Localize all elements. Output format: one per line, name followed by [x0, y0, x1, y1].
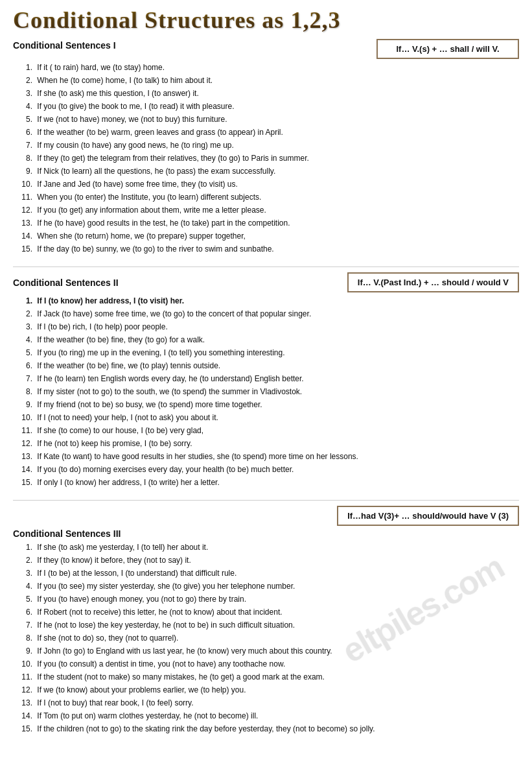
- sentence-text: If I (to be) at the lesson, I (to unders…: [37, 569, 237, 578]
- section-1-formula: If… V.(s) + … shall / will V.: [376, 39, 519, 59]
- list-item: 13. If he (to have) good results in the …: [19, 217, 519, 229]
- list-num: 15.: [19, 723, 32, 735]
- list-num: 2.: [19, 554, 32, 566]
- sentence-text: If he (not to) keep his promise, I (to b…: [37, 439, 192, 448]
- section-3-list: 1. If she (to ask) me yesterday, I (to t…: [13, 541, 519, 735]
- list-num: 4.: [19, 101, 32, 112]
- list-num: 13.: [19, 217, 32, 229]
- list-num: 6.: [19, 360, 32, 372]
- list-num: 10.: [19, 658, 32, 670]
- section-2-formula: If… V.(Past Ind.) + … should / would V: [347, 272, 519, 292]
- sentence-text: If the children (not to go) to the skati…: [37, 724, 375, 733]
- list-num: 7.: [19, 373, 32, 385]
- section-2: Conditional Sentences II If… V.(Past Ind…: [13, 272, 519, 488]
- section-3-title: Conditional Sentences III: [13, 528, 519, 539]
- sentence-text: If my friend (not to be) so busy, we (to…: [37, 400, 262, 409]
- list-num: 3.: [19, 321, 32, 333]
- list-num: 7.: [19, 139, 32, 151]
- list-item: 7. If my cousin (to have) any good news,…: [19, 139, 519, 151]
- list-num: 10.: [19, 412, 32, 423]
- list-item: 5. If we (not to have) money, we (not to…: [19, 113, 519, 125]
- list-num: 8.: [19, 632, 32, 644]
- sentence-text: If you (to do) morning exercises every d…: [37, 465, 294, 474]
- list-item: 12. If we (to know) about your problems …: [19, 684, 519, 696]
- sentence-text: If you (to get) any information about th…: [37, 206, 266, 215]
- list-num: 9.: [19, 645, 32, 657]
- sentence-text: If John (to go) to England with us last …: [37, 646, 332, 656]
- list-num: 14.: [19, 464, 32, 475]
- sentence-text: If he (not to lose) the key yesterday, h…: [37, 621, 295, 630]
- list-item: 6. If the weather (to be) warm, green le…: [19, 126, 519, 138]
- list-item: 14. If you (to do) morning exercises eve…: [19, 464, 519, 475]
- sentence-text: If Robert (not to receive) this letter, …: [37, 608, 282, 617]
- section-3-formula: If…had V(3)+ … should/would have V (3): [337, 506, 519, 526]
- sentence-text: If only I (to know) her address, I (to w…: [37, 478, 219, 487]
- sentence-text: If I (not to need) your help, I (not to …: [37, 413, 218, 422]
- list-item: 1. If it ( to rain) hard, we (to stay) h…: [19, 62, 519, 73]
- sentence-text: If I (to be) rich, I (to help) poor peop…: [37, 322, 167, 331]
- list-item: 9. If John (to go) to England with us la…: [19, 645, 519, 657]
- list-num: 13.: [19, 697, 32, 709]
- section-1-list: 1. If it ( to rain) hard, we (to stay) h…: [13, 62, 519, 255]
- list-item: 11. If she (to come) to our house, I (to…: [19, 425, 519, 436]
- list-num: 15.: [19, 243, 32, 255]
- list-item: 1. If I (to know) her address, I (to vis…: [19, 295, 519, 307]
- list-item: 8. If my sister (not to go) to the south…: [19, 386, 519, 397]
- list-item: 2. When he (to come) home, I (to talk) t…: [19, 75, 519, 86]
- list-item: 2. If Jack (to have) some free time, we …: [19, 308, 519, 320]
- list-item: 4. If the weather (to be) fine, they (to…: [19, 334, 519, 346]
- list-item: 4. If you (to give) the book to me, I (t…: [19, 101, 519, 112]
- list-item: 12. If you (to get) any information abou…: [19, 204, 519, 216]
- list-item: 5. If you (to have) enough money, you (n…: [19, 593, 519, 605]
- sentence-text: If she (to come) to our house, I (to be)…: [37, 426, 203, 435]
- section-3: If…had V(3)+ … should/would have V (3) C…: [13, 506, 519, 735]
- list-num: 12.: [19, 438, 32, 449]
- section-2-header-row: Conditional Sentences II If… V.(Past Ind…: [13, 272, 519, 292]
- page-container: Conditional Structures as 1,2,3 Conditio…: [13, 6, 519, 735]
- list-num: 3.: [19, 88, 32, 99]
- list-num: 6.: [19, 126, 32, 138]
- list-num: 11.: [19, 191, 32, 203]
- sentence-text: If the weather (to be) fine, they (to go…: [37, 335, 205, 344]
- list-item: 6. If the weather (to be) fine, we (to p…: [19, 360, 519, 372]
- list-item: 6. If Robert (not to receive) this lette…: [19, 606, 519, 618]
- list-num: 11.: [19, 425, 32, 436]
- sentence-text: If I (not to buy) that rear book, I (to …: [37, 698, 193, 707]
- list-num: 1.: [19, 62, 32, 73]
- sentence-text: If he (to learn) ten English words every…: [37, 374, 303, 383]
- section-1-title: Conditional Sentences I: [13, 40, 116, 51]
- list-num: 13.: [19, 451, 32, 462]
- list-item: 5. If you (to ring) me up in the evening…: [19, 347, 519, 359]
- list-item: 7. If he (to learn) ten English words ev…: [19, 373, 519, 385]
- list-num: 14.: [19, 230, 32, 242]
- list-num: 5.: [19, 347, 32, 359]
- list-num: 1.: [19, 295, 32, 307]
- list-num: 2.: [19, 75, 32, 86]
- sentence-text: If they (to get) the telegram from their…: [37, 154, 309, 163]
- list-item: 14. If Tom (to put on) warm clothes yest…: [19, 710, 519, 722]
- list-item: 9. If my friend (not to be) so busy, we …: [19, 399, 519, 410]
- list-num: 3.: [19, 567, 32, 579]
- list-item: 10. If you (to consult) a dentist in tim…: [19, 658, 519, 670]
- section-2-title: Conditional Sentences II: [13, 278, 119, 288]
- sentence-text: If it ( to rain) hard, we (to stay) home…: [37, 63, 165, 72]
- sentence-text: If you (to ring) me up in the evening, I…: [37, 348, 284, 357]
- list-num: 11.: [19, 671, 32, 683]
- sentence-text: If you (to see) my sister yesterday, she…: [37, 582, 295, 591]
- sentence-text: If Jane and Jed (to have) some free time…: [37, 180, 237, 189]
- list-num: 8.: [19, 386, 32, 397]
- list-item: 10. If I (not to need) your help, I (not…: [19, 412, 519, 423]
- section-2-list: 1. If I (to know) her address, I (to vis…: [13, 295, 519, 488]
- sentence-text: If she (not to do) so, they (not to quar…: [37, 634, 178, 643]
- list-item: 11. If the student (not to make) so many…: [19, 671, 519, 683]
- list-num: 9.: [19, 165, 32, 177]
- sentence-text: If my sister (not to go) to the south, w…: [37, 387, 302, 396]
- list-num: 15.: [19, 477, 32, 488]
- sentence-text: If the weather (to be) warm, green leave…: [37, 128, 283, 137]
- list-item: 2. If they (to know) it before, they (no…: [19, 554, 519, 566]
- list-num: 4.: [19, 580, 32, 592]
- sentence-text: If Jack (to have) some free time, we (to…: [37, 309, 311, 318]
- sentence-text: When he (to come) home, I (to talk) to h…: [37, 76, 213, 85]
- sentence-text: If I (to know) her address, I (to visit)…: [37, 296, 184, 305]
- sentence-text: If the day (to be) sunny, we (to go) to …: [37, 244, 273, 254]
